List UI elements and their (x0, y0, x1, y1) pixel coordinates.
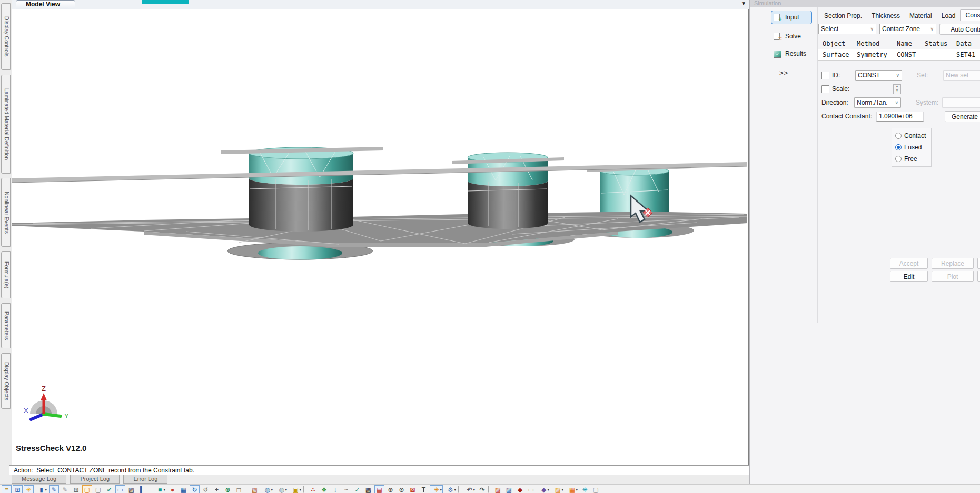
results-image-icon: ✓ (774, 50, 781, 58)
chevron-down-icon: ∨ (930, 26, 934, 32)
toolbar-panel-end-icon[interactable]: ▢▾ (591, 485, 601, 493)
toolbar-legend-list-icon[interactable]: ≡▾ (2, 485, 12, 493)
id-select[interactable]: CONST∨ (855, 70, 902, 81)
toolbar-rotate-free-icon[interactable]: ↺▾ (201, 485, 211, 493)
toolbar-zoom-in-icon[interactable]: ⊕▾ (223, 485, 233, 493)
toolbar-splash-teal-icon[interactable]: ✳▾ (580, 485, 590, 493)
toolbar-delete-cell-icon[interactable]: ⊠▾ (408, 485, 418, 493)
toolbar-show-frame-icon[interactable]: ▢▾ (82, 485, 92, 493)
edit-button[interactable]: Edit (890, 271, 928, 282)
toolbar-hatch-red-icon[interactable]: ▨▾ (493, 485, 503, 493)
toolbar-outline-box-icon[interactable]: ▭▾ (526, 485, 536, 493)
deselect-button[interactable]: Deselect (977, 271, 980, 282)
toolbar-probe-pin-icon[interactable]: ⊙▾ (397, 485, 407, 493)
toolbar-pan-view-icon[interactable]: +▾ (212, 485, 222, 493)
toolbar-point-set-icon[interactable]: ∴▾ (308, 485, 318, 493)
tab-section-prop[interactable]: Section Prop. (819, 11, 867, 21)
tab-thickness[interactable]: Thickness (867, 11, 905, 21)
toolbar-spark-burst-icon[interactable]: ✳▾ (430, 485, 443, 493)
spin-down-icon[interactable]: ▼ (894, 89, 900, 94)
scale-checkbox[interactable] (821, 85, 829, 93)
tab-message-log[interactable]: Message Log (12, 475, 66, 484)
toolbar-shaded-view-icon[interactable]: ▨▾ (126, 485, 136, 493)
toolbar-model-tree-icon[interactable]: ⊞▾ (13, 485, 23, 493)
toolbar-rotate-view-icon[interactable]: ↻▾ (190, 485, 200, 493)
cylinder-left[interactable] (249, 147, 353, 232)
sidebar-tab-display-objects[interactable]: Display Objects (1, 353, 11, 409)
toolbar-globe-alt-icon[interactable]: ◍▾ (275, 485, 288, 493)
contact-constant-input[interactable]: 1.0900e+06 (876, 112, 924, 122)
toolbar-fit-view-icon[interactable]: ▭▾ (115, 485, 125, 493)
nav-solve-button[interactable]: = Solve (771, 29, 812, 43)
contact-zone-select[interactable]: Contact Zone∨ (879, 24, 936, 34)
toolbar-locate-target-icon[interactable]: ⊕▾ (385, 485, 395, 493)
id-checkbox[interactable] (821, 72, 829, 79)
sidebar-tab-nonlinear-events[interactable]: Nonlinear Events (1, 178, 11, 247)
toolbar-settings-gear-icon[interactable]: ⚙▾ (444, 485, 457, 493)
tab-list-dropdown-icon[interactable]: ▼ (741, 1, 746, 7)
radio-fused[interactable]: Fused (895, 144, 928, 151)
tab-model-view[interactable]: Model View (16, 0, 75, 9)
solve-page-equals-icon: = (774, 33, 781, 41)
toolbar-spline-curve-icon[interactable]: ~▾ (341, 485, 351, 493)
sidebar-tab-laminated-material[interactable]: Laminated Material Definition (1, 75, 11, 174)
sidebar-tab-formulae[interactable]: Formula(e) (1, 251, 11, 298)
toolbar-mesh-grid-icon[interactable]: ⊞▾ (71, 485, 81, 493)
toolbar-record-dot-icon[interactable]: ●▾ (167, 485, 177, 493)
sidebar-tab-display-controls[interactable]: Display Controls (1, 3, 11, 70)
toolbar-tile-blocks-icon[interactable]: ▦▾ (179, 485, 189, 493)
nav-results-button[interactable]: ✓ Results (771, 47, 812, 61)
toolbar-material-cube-icon[interactable]: ▧▾ (250, 485, 260, 493)
nav-input-button[interactable]: + Input (771, 11, 812, 24)
toolbar-display-monitor-icon[interactable]: ▮▾ (35, 485, 48, 493)
generate-button[interactable]: Generate (945, 111, 980, 122)
toolbar-chart-panel-icon[interactable]: ▍▾ (137, 485, 147, 493)
system-select: ∨ (942, 97, 980, 108)
toolbar-redo-icon[interactable]: ↷▾ (477, 485, 487, 493)
toolbar-block-grid-icon[interactable]: ▩▾ (363, 485, 373, 493)
toolbar-accept-check-icon[interactable]: ✔▾ (104, 485, 114, 493)
cell-status (925, 51, 956, 58)
toolbar-flask-analysis-icon[interactable]: ◆▾ (537, 485, 550, 493)
model-viewport[interactable]: Z Y X StressCheck V12.0 (12, 9, 749, 465)
record-table: Object Method Name Status Data Surface S… (818, 38, 980, 61)
toolbar-zoom-window-icon[interactable]: ◻▾ (234, 485, 244, 493)
toolbar-select-alt-icon[interactable]: ✎▾ (60, 485, 70, 493)
tab-project-log[interactable]: Project Log (70, 475, 120, 484)
toolbar-flame-solid-icon[interactable]: ◆▾ (515, 485, 525, 493)
cylinder-middle[interactable] (468, 153, 548, 229)
radio-contact[interactable]: Contact (895, 132, 928, 139)
method-select[interactable]: Select∨ (818, 24, 876, 34)
spin-up-icon[interactable]: ▲ (894, 85, 900, 89)
scale-spinner[interactable]: ▲▼ (893, 84, 901, 94)
toolbar-select-edit-icon[interactable]: ✎▾ (49, 485, 59, 493)
left-panel-strip: Display Controls Laminated Material Defi… (0, 0, 12, 484)
toolbar-lights-icon[interactable]: ☀▾ (24, 485, 34, 493)
nav-expand-button[interactable]: >> (779, 69, 788, 77)
direction-select[interactable]: Norm./Tan.∨ (854, 97, 901, 108)
toolbar-hatch-orange-icon[interactable]: ▨▾ (551, 485, 565, 493)
sidebar-tab-parameters[interactable]: Parameters (1, 303, 11, 348)
toolbar-viewport-layout-icon[interactable]: ▣▾ (289, 485, 302, 493)
tab-load[interactable]: Load (937, 11, 961, 21)
tab-material[interactable]: Material (905, 11, 937, 21)
toolbar-hatch-blue-icon[interactable]: ▨▾ (504, 485, 514, 493)
bottom-toolbar: ≡▾ ⊞▾ ☀▾ ▮▾ ✎▾ ✎▾ ⊞▾ ▢▾ ▢▾ ✔▾ ▭▾ ▨▾ ▍▾ ▾… (0, 484, 980, 493)
toolbar-text-note-icon[interactable]: T▾ (419, 485, 429, 493)
auto-contact-button[interactable]: Auto Contact (939, 24, 980, 35)
tab-error-log[interactable]: Error Log (123, 475, 167, 484)
radio-free[interactable]: Free (895, 155, 928, 163)
toolbar-undo-icon[interactable]: ↶▾ (463, 485, 476, 493)
toolbar-hide-frame-icon[interactable]: ▢▾ (93, 485, 103, 493)
toolbar-arrow-down-icon[interactable]: ↓▾ (330, 485, 340, 493)
table-row[interactable]: Surface Symmetry CONST SET41 (818, 49, 980, 61)
toolbar-section-window-icon[interactable]: ▤▾ (374, 485, 384, 493)
toolbar-globe-view-icon[interactable]: ◍▾ (261, 485, 274, 493)
toolbar-fill-color-icon[interactable]: ■▾ (153, 485, 166, 493)
scale-input[interactable] (855, 84, 893, 94)
toolbar-node-link-icon[interactable]: ❖▾ (319, 485, 329, 493)
toolbar-paint-check-icon[interactable]: ✓▾ (352, 485, 362, 493)
tab-constraint[interactable]: Constraint (960, 9, 980, 21)
chevron-down-icon: ∨ (896, 73, 899, 78)
toolbar-dotted-fill-icon[interactable]: ▦▾ (566, 485, 579, 493)
